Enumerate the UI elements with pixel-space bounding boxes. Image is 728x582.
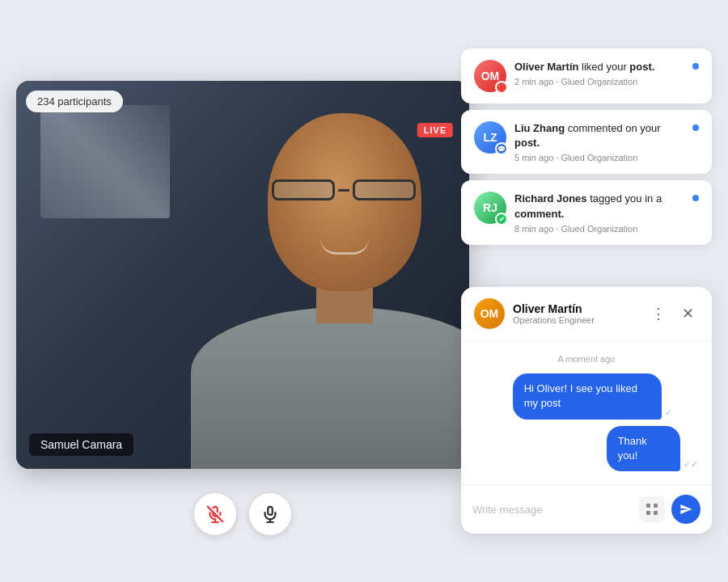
notification-card[interactable]: OM ❤️ Oliver Martín liked your post. 2 m… bbox=[461, 48, 712, 103]
svg-rect-7 bbox=[654, 504, 658, 508]
svg-rect-3 bbox=[268, 507, 273, 515]
svg-rect-6 bbox=[646, 504, 650, 508]
notif-meta-1: 2 min ago · Glued Organization bbox=[514, 77, 684, 86]
notif-unread-dot-2 bbox=[692, 124, 699, 131]
speaker-name-label: Samuel Camara bbox=[29, 433, 133, 456]
participants-badge: 234 participants bbox=[26, 91, 123, 112]
notif-unread-dot-1 bbox=[692, 63, 699, 70]
chat-message-input[interactable] bbox=[472, 504, 633, 516]
notif-badge-icon-2: 💬 bbox=[495, 142, 508, 155]
notif-badge-icon-1: ❤️ bbox=[495, 81, 508, 94]
live-badge: LIVE bbox=[417, 123, 453, 137]
notification-card[interactable]: RJ ✔ Richard Jones tagged you in a comme… bbox=[461, 180, 712, 244]
chat-header: OM Oliver Martín Operations Engineer ⋮ ✕ bbox=[461, 287, 712, 341]
notif-avatar-2: LZ 💬 bbox=[474, 121, 506, 154]
svg-rect-8 bbox=[646, 511, 650, 515]
chat-panel: OM Oliver Martín Operations Engineer ⋮ ✕… bbox=[461, 287, 712, 534]
notif-badge-icon-3: ✔ bbox=[495, 213, 508, 226]
chat-contact-name: Oliver Martín bbox=[513, 302, 639, 315]
notif-content-1: Oliver Martín liked your post. 2 min ago… bbox=[514, 60, 684, 86]
message-with-check-2: Thank you! ✓✓ bbox=[607, 426, 699, 471]
chat-message-bubble: Thank you! bbox=[607, 426, 680, 471]
message-row-1: Hi Oliver! I see you liked my post ✓ bbox=[474, 373, 699, 419]
chat-messages-area: A moment ago Hi Oliver! I see you liked … bbox=[461, 341, 712, 484]
video-call-container: 234 participants Samuel Camara bbox=[16, 81, 469, 469]
video-background bbox=[16, 81, 469, 469]
chat-close-button[interactable]: ✕ bbox=[676, 302, 699, 325]
notif-unread-dot-3 bbox=[692, 195, 699, 201]
video-controls bbox=[16, 493, 469, 535]
mic-button[interactable] bbox=[249, 493, 291, 535]
chat-send-button[interactable] bbox=[671, 495, 700, 524]
message-with-check-1: Hi Oliver! I see you liked my post ✓ bbox=[513, 373, 699, 419]
notif-avatar-3: RJ ✔ bbox=[474, 192, 506, 224]
notif-content-2: Liu Zhang commented on your post. 5 min … bbox=[514, 121, 684, 162]
notif-text-1: Oliver Martín liked your post. bbox=[514, 60, 684, 74]
message-row-2: Thank you! ✓✓ bbox=[474, 426, 699, 471]
chat-message-bubble: Hi Oliver! I see you liked my post bbox=[513, 373, 662, 419]
chat-contact-role: Operations Engineer bbox=[513, 315, 639, 325]
notifications-area: OM ❤️ Oliver Martín liked your post. 2 m… bbox=[461, 48, 712, 245]
chat-contact-avatar: OM bbox=[474, 298, 505, 329]
chat-input-area bbox=[461, 484, 712, 534]
notif-avatar-1: OM ❤️ bbox=[474, 60, 506, 92]
participants-count: 234 participants bbox=[37, 95, 112, 108]
chat-more-options-button[interactable]: ⋮ bbox=[647, 302, 670, 325]
chat-header-actions: ⋮ ✕ bbox=[647, 302, 699, 325]
chat-emoji-grid-button[interactable] bbox=[639, 496, 665, 522]
chat-header-info: Oliver Martín Operations Engineer bbox=[513, 302, 639, 325]
notif-meta-2: 5 min ago · Glued Organization bbox=[514, 153, 684, 162]
notif-meta-3: 8 min ago · Glued Organization bbox=[514, 224, 684, 234]
notif-content-3: Richard Jones tagged you in a comment. 8… bbox=[514, 192, 684, 233]
svg-rect-9 bbox=[654, 511, 658, 515]
chat-timestamp: A moment ago bbox=[474, 354, 699, 364]
mute-button[interactable] bbox=[194, 493, 236, 535]
notif-text-2: Liu Zhang commented on your post. bbox=[514, 121, 684, 150]
message-read-check: ✓✓ bbox=[684, 459, 698, 470]
background-art bbox=[40, 105, 170, 218]
message-read-check: ✓ bbox=[665, 407, 672, 418]
notif-text-3: Richard Jones tagged you in a comment. bbox=[514, 192, 684, 221]
notification-card[interactable]: LZ 💬 Liu Zhang commented on your post. 5… bbox=[461, 110, 712, 174]
